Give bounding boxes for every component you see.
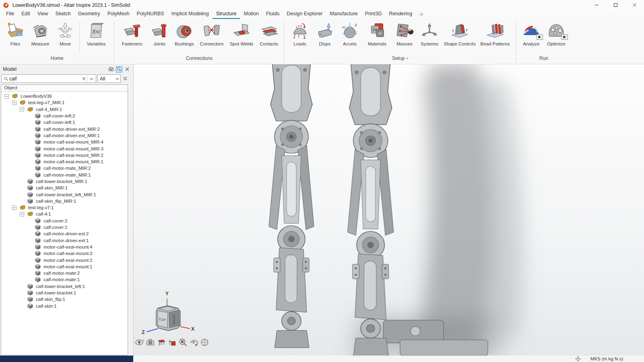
minimize-button[interactable] xyxy=(587,0,606,10)
tree-row[interactable]: calf-skin:1 xyxy=(2,303,128,309)
menu-item-view[interactable]: View xyxy=(34,10,52,19)
setup-dropdown-icon[interactable]: ▾ xyxy=(406,57,408,60)
systems-button[interactable]: Systems xyxy=(417,21,442,47)
tree-row[interactable]: calf-motor-mate:1 xyxy=(2,276,128,283)
view-cube-rear-face-label[interactable]: REAR xyxy=(172,315,176,324)
search-filter-dropdown[interactable]: All xyxy=(97,74,121,83)
tree-row[interactable]: calf-motor-mate_MIR:1 xyxy=(2,172,128,178)
menu-item-design-explorer[interactable]: Design Explorer xyxy=(283,10,326,19)
analyze-button[interactable]: Analyze xyxy=(519,21,544,47)
panel-close-icon[interactable] xyxy=(124,66,130,72)
bushings-button[interactable]: Bushings xyxy=(172,21,197,47)
disps-button[interactable]: Disps xyxy=(312,21,337,47)
tree-row[interactable]: motor-calf-exal-mount_MIR:3 xyxy=(2,145,128,152)
spot-welds-button[interactable]: Spot Welds xyxy=(227,21,256,47)
tree-row[interactable]: motor-calf-exal-mount:1 xyxy=(2,263,128,270)
clear-search-icon[interactable] xyxy=(80,75,87,82)
tree-row[interactable]: calf-motor-mate:2 xyxy=(2,270,128,276)
search-history-chevron-icon[interactable] xyxy=(88,75,95,82)
tree-row[interactable]: test-leg-v7_MIR:1 xyxy=(2,99,128,106)
tree-row[interactable]: LowerBodyV36 xyxy=(2,93,128,99)
menu-item-polymesh[interactable]: PolyMesh xyxy=(104,10,133,19)
connectors-button[interactable]: Connectors xyxy=(197,21,227,47)
tree-row[interactable]: motor-calf-exal-mount_MIR:1 xyxy=(2,158,128,165)
accels-button[interactable]: gωAccels xyxy=(337,21,362,47)
tree-row[interactable]: test-leg-v7:1 xyxy=(2,204,128,211)
tree-row[interactable]: calf-4:1 xyxy=(2,211,128,217)
tree-row[interactable]: motor-calf-exal-mount_MIR:4 xyxy=(2,139,128,145)
fit-view-icon[interactable] xyxy=(167,338,177,347)
bead-patterns-button[interactable]: Bead Patterns xyxy=(477,21,513,47)
tree-row[interactable]: calf-motor-driver-ext:2 xyxy=(2,230,128,237)
tree-row[interactable]: calf-cover:2 xyxy=(2,218,128,224)
collapse-expander-icon[interactable] xyxy=(12,206,17,210)
menu-item-sketch[interactable]: Sketch xyxy=(52,10,74,19)
tree-row[interactable]: motor-calf-exal-mount:3 xyxy=(2,250,128,257)
tree-row[interactable]: calf-lower-bracket:1 xyxy=(2,290,128,296)
tree-row[interactable]: calf-skin_MIR:1 xyxy=(2,185,128,191)
materials-button[interactable]: FeAlMaterials xyxy=(362,21,392,47)
collapse-expander-icon[interactable] xyxy=(4,94,9,99)
find-binoculars-icon[interactable] xyxy=(108,66,114,72)
menu-item-structure[interactable]: Structure xyxy=(213,10,240,19)
search-tool-icon[interactable] xyxy=(116,66,122,72)
menu-item-print3d[interactable]: Print3D xyxy=(361,10,386,19)
fasteners-button[interactable]: Fasteners xyxy=(117,21,147,47)
tree-row[interactable]: calf-motor-mate_MIR:2 xyxy=(2,165,128,171)
view-cube[interactable]: TOP REAR Y X Z xyxy=(137,288,197,335)
shape-controls-button[interactable]: Shape Controls xyxy=(442,21,477,47)
menu-item-implicit-modeling[interactable]: Implicit Modeling xyxy=(168,10,213,19)
view-sphere-icon[interactable] xyxy=(200,338,210,347)
menu-item-manufacture[interactable]: Manufacture xyxy=(326,10,361,19)
expand-search-options-icon[interactable] xyxy=(122,75,128,83)
zoom-select-icon[interactable] xyxy=(178,338,188,347)
maximize-button[interactable] xyxy=(606,0,625,10)
collapse-expander-icon[interactable] xyxy=(20,107,24,111)
visibility-eye-icon[interactable]: ? xyxy=(135,338,144,347)
tree-row[interactable]: motor-calf-exal-mount:4 xyxy=(2,244,128,250)
add-ribbon-tab-icon[interactable] xyxy=(416,10,427,19)
tree-row[interactable]: calf-4_MIR:1 xyxy=(2,106,128,113)
loads-button[interactable]: Loads xyxy=(287,21,312,47)
tree-row[interactable]: calf-motor-driver-ext:1 xyxy=(2,237,128,244)
close-button[interactable] xyxy=(625,0,644,10)
measure-button[interactable]: Measure xyxy=(28,21,53,47)
search-input[interactable] xyxy=(9,76,80,82)
tree-row[interactable]: calf-motor-driver-ext_MIR:2 xyxy=(2,125,128,132)
rotate-view-icon[interactable] xyxy=(189,338,199,347)
tree-row[interactable]: calf-cover-left:1 xyxy=(2,119,128,125)
snapshot-camera-icon[interactable] xyxy=(146,338,155,347)
tree-row[interactable]: motor-calf-exal-mount:2 xyxy=(2,257,128,263)
tree-row[interactable]: motor-calf-exal-mount_MIR:2 xyxy=(2,152,128,158)
units-label[interactable]: MKS (m kg N s) xyxy=(590,356,623,361)
optimize-button[interactable]: Optimize xyxy=(544,21,569,47)
menu-item-file[interactable]: File xyxy=(2,10,18,19)
joints-button[interactable]: Joints xyxy=(147,21,172,47)
tree-row[interactable]: calf-lower-bracket_left:1 xyxy=(2,283,128,290)
units-settings-icon[interactable] xyxy=(575,356,581,362)
menu-item-polynurbs[interactable]: PolyNURBS xyxy=(133,10,168,19)
menu-item-edit[interactable]: Edit xyxy=(18,10,34,19)
menu-item-motion[interactable]: Motion xyxy=(240,10,262,19)
variables-button[interactable]: f(x)Variables xyxy=(81,21,111,47)
masses-button[interactable]: Masses xyxy=(392,21,417,47)
collapse-expander-icon[interactable] xyxy=(12,101,17,105)
tree-row[interactable]: calf-skin_flip_MIR:1 xyxy=(2,198,128,204)
tree-row[interactable]: calf-cover:1 xyxy=(2,224,128,230)
3d-viewport[interactable]: TOP REAR Y X Z ? xyxy=(134,64,644,356)
section-plane-icon[interactable] xyxy=(157,338,166,347)
menu-item-geometry[interactable]: Geometry xyxy=(74,10,104,19)
view-cube-top-face-label[interactable]: TOP xyxy=(159,317,166,322)
files-button[interactable]: Files xyxy=(3,21,28,47)
contacts-button[interactable]: Contacts xyxy=(256,21,281,47)
tree-row[interactable]: calf-lower-bracket_left_MIR:1 xyxy=(2,191,128,197)
menu-item-rendering[interactable]: Rendering xyxy=(385,10,416,19)
tree-row[interactable]: calf-lower-bracket_MIR:1 xyxy=(2,178,128,185)
tree-row[interactable]: calf-skin_flip:1 xyxy=(2,296,128,302)
tree-row[interactable]: calf-motor-driver-ext_MIR:1 xyxy=(2,132,128,139)
collapse-expander-icon[interactable] xyxy=(20,212,24,216)
tree-row[interactable]: calf-cover-left:2 xyxy=(2,113,128,119)
menu-item-fluids[interactable]: Fluids xyxy=(262,10,283,19)
search-box[interactable] xyxy=(1,74,96,83)
move-button[interactable]: Move xyxy=(53,21,78,47)
